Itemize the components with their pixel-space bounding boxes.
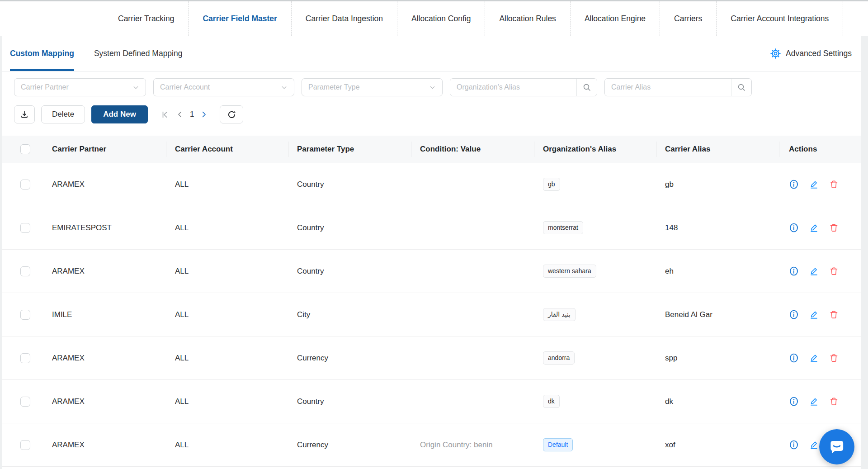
cell-organizations-alias: western sahara [534,265,656,278]
cell-organizations-alias: dk [534,395,656,408]
info-icon [789,309,799,320]
info-button[interactable] [789,266,799,276]
row-checkbox[interactable] [20,223,30,233]
download-button[interactable] [14,105,35,123]
table-row: ARAMEX ALL Currency andorra spp [2,336,861,380]
chat-bubble-icon [826,436,847,457]
first-page-button[interactable] [160,109,170,120]
organizations-alias-input[interactable] [450,79,576,96]
delete-row-button[interactable] [829,180,839,189]
parameter-type-placeholder: Parameter Type [308,83,360,91]
column-header-carrier-account: Carrier Account [166,145,288,154]
row-checkbox[interactable] [20,440,30,450]
current-page-number: 1 [190,110,194,119]
trash-icon [829,223,839,232]
cell-carrier-alias: xof [656,441,779,450]
tab-carrier-tracking[interactable]: Carrier Tracking [104,1,189,36]
delete-row-button[interactable] [829,310,839,319]
tab-carrier-account-integrations[interactable]: Carrier Account Integrations [717,1,843,36]
row-checkbox[interactable] [20,266,30,276]
info-button[interactable] [789,440,799,450]
advanced-settings-button[interactable]: Advanced Settings [770,36,852,71]
tab-carrier-data-ingestion[interactable]: Carrier Data Ingestion [292,1,397,36]
edit-button[interactable] [809,397,819,406]
info-button[interactable] [789,179,799,189]
tab-carrier-field-master[interactable]: Carrier Field Master [189,1,291,36]
edit-button[interactable] [809,180,819,189]
tab-carriers[interactable]: Carriers [660,1,717,36]
subtab-custom-mapping[interactable]: Custom Mapping [10,36,74,71]
info-icon [789,266,799,276]
chat-launcher-button[interactable] [819,429,854,464]
edit-button[interactable] [809,310,819,319]
delete-row-button[interactable] [829,397,839,406]
cell-carrier-alias: 148 [656,223,779,232]
select-all-checkbox[interactable] [20,144,30,154]
previous-page-button[interactable] [175,109,185,119]
refresh-button[interactable] [220,105,243,123]
carrier-alias-search-button[interactable] [731,79,751,96]
table-row: IMILE ALL City بنيد القار Beneid Al Gar [2,293,861,336]
edit-pencil-icon [809,440,819,450]
cell-parameter-type: Country [288,180,411,189]
delete-row-button[interactable] [829,223,839,232]
info-button[interactable] [789,223,799,233]
cell-carrier-alias: gb [656,180,779,189]
pagination: 1 [160,109,209,120]
row-checkbox[interactable] [20,180,30,189]
edit-pencil-icon [809,180,819,189]
trash-icon [829,266,839,276]
org-alias-chip: dk [543,395,560,408]
trash-icon [829,310,839,319]
org-alias-chip: andorra [543,351,575,365]
info-icon [789,440,799,450]
tab-allocation-rules[interactable]: Allocation Rules [485,1,570,36]
cell-carrier-partner: IMILE [43,310,166,319]
tab-allocation-engine[interactable]: Allocation Engine [571,1,660,36]
delete-row-button[interactable] [829,353,839,363]
organizations-alias-search-button[interactable] [576,79,597,96]
search-icon [582,83,591,92]
cell-actions [779,179,861,189]
info-button[interactable] [789,353,799,363]
row-checkbox[interactable] [20,310,30,320]
delete-button[interactable]: Delete [41,105,85,123]
column-header-condition-value: Condition: Value [411,145,534,154]
info-icon [789,353,799,363]
cell-parameter-type: Currency [288,441,411,450]
chevron-down-icon [132,84,139,91]
cell-parameter-type: Country [288,267,411,276]
cell-carrier-partner: ARAMEX [43,397,166,406]
row-checkbox[interactable] [20,353,30,363]
cell-actions [779,396,861,407]
cell-carrier-account: ALL [166,180,288,189]
column-header-organizations-alias: Organization's Alias [534,145,656,154]
tab-allocation-config[interactable]: Allocation Config [397,1,485,36]
edit-button[interactable] [809,223,819,232]
chevron-right-icon [200,110,208,118]
cell-carrier-account: ALL [166,267,288,276]
cell-carrier-partner: EMIRATESPOST [43,223,166,232]
org-alias-chip: western sahara [543,265,596,278]
org-alias-chip: Default [543,438,573,451]
add-new-button[interactable]: Add New [91,105,148,123]
carrier-alias-input[interactable] [605,79,731,96]
edit-button[interactable] [809,353,819,363]
edit-button[interactable] [809,266,819,276]
carrier-account-placeholder: Carrier Account [160,83,210,91]
cell-parameter-type: Country [288,223,411,232]
row-checkbox[interactable] [20,397,30,407]
cell-carrier-partner: ARAMEX [43,180,166,189]
edit-pencil-icon [809,223,819,232]
carrier-partner-placeholder: Carrier Partner [21,83,69,91]
info-button[interactable] [789,309,799,320]
delete-row-button[interactable] [829,266,839,276]
info-button[interactable] [789,396,799,407]
next-page-button[interactable] [199,109,209,119]
carrier-account-select[interactable]: Carrier Account [153,78,294,96]
subtab-system-defined-mapping[interactable]: System Defined Mapping [94,36,183,71]
edit-button[interactable] [809,440,819,450]
parameter-type-select[interactable]: Parameter Type [302,78,443,96]
cell-carrier-account: ALL [166,397,288,406]
carrier-partner-select[interactable]: Carrier Partner [14,78,146,96]
